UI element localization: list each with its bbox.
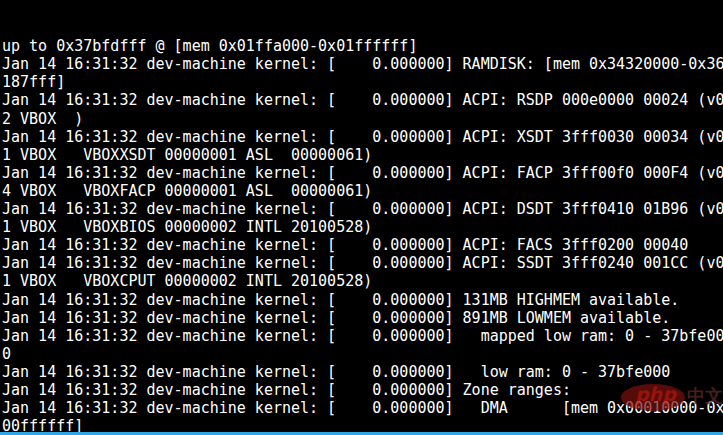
terminal-line: Jan 14 16:31:32 dev-machine kernel: [ 0.… [2, 55, 723, 73]
terminal-output: up to 0x37bfdfff @ [mem 0x01ffa000-0x01f… [2, 37, 723, 435]
terminal-line: Jan 14 16:31:32 dev-machine kernel: [ 0.… [2, 327, 723, 345]
terminal-line: 4 VBOX VBOXFACP 00000001 ASL 00000061) [2, 182, 723, 200]
terminal-line: 1 VBOX VBOXBIOS 00000002 INTL 20100528) [2, 218, 723, 236]
terminal-line: 1 VBOX VBOXCPUT 00000002 INTL 20100528) [2, 272, 723, 290]
terminal-line: Jan 14 16:31:32 dev-machine kernel: [ 0.… [2, 381, 723, 399]
terminal-line: Jan 14 16:31:32 dev-machine kernel: [ 0.… [2, 291, 723, 309]
terminal-line: Jan 14 16:31:32 dev-machine kernel: [ 0.… [2, 128, 723, 146]
terminal-line: Jan 14 16:31:32 dev-machine kernel: [ 0.… [2, 254, 723, 272]
terminal-screen[interactable]: up to 0x37bfdfff @ [mem 0x01ffa000-0x01f… [2, 0, 723, 435]
terminal-line: Jan 14 16:31:32 dev-machine kernel: [ 0.… [2, 91, 723, 109]
terminal-window: up to 0x37bfdfff @ [mem 0x01ffa000-0x01f… [0, 0, 723, 435]
terminal-line: Jan 14 16:31:32 dev-machine kernel: [ 0.… [2, 164, 723, 182]
terminal-line: Jan 14 16:31:32 dev-machine kernel: [ 0.… [2, 236, 723, 254]
terminal-line: 0 [2, 345, 723, 363]
terminal-line: up to 0x37bfdfff @ [mem 0x01ffa000-0x01f… [2, 37, 723, 55]
terminal-line: 2 VBOX ) [2, 110, 723, 128]
terminal-line: Jan 14 16:31:32 dev-machine kernel: [ 0.… [2, 200, 723, 218]
terminal-line: Jan 14 16:31:32 dev-machine kernel: [ 0.… [2, 309, 723, 327]
terminal-line: Jan 14 16:31:32 dev-machine kernel: [ 0.… [2, 363, 723, 381]
terminal-line: Jan 14 16:31:32 dev-machine kernel: [ 0.… [2, 399, 723, 417]
terminal-line: 1 VBOX VBOXXSDT 00000001 ASL 00000061) [2, 146, 723, 164]
terminal-line: 187fff] [2, 73, 723, 91]
